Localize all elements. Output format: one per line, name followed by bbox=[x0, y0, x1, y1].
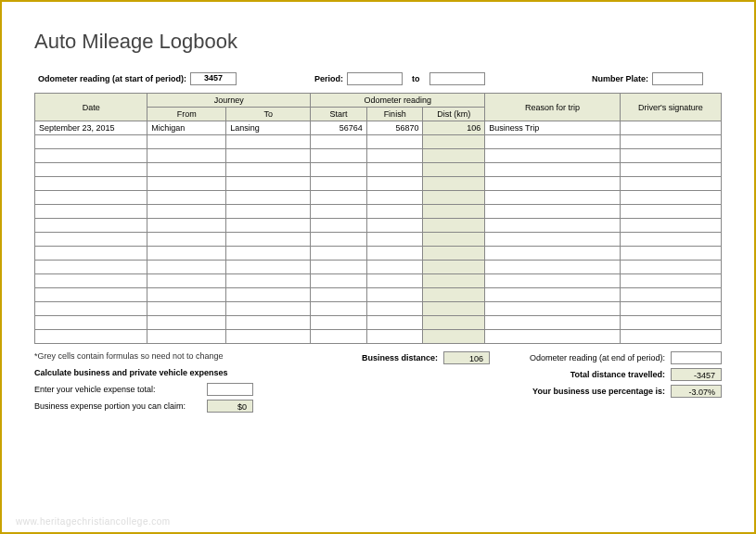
cell-from[interactable] bbox=[147, 233, 226, 247]
cell-start[interactable] bbox=[311, 274, 367, 288]
cell-date[interactable] bbox=[35, 191, 147, 205]
cell-from[interactable] bbox=[147, 302, 226, 316]
cell-from[interactable]: Michigan bbox=[147, 121, 226, 135]
cell-reason[interactable] bbox=[485, 302, 621, 316]
period-to-input[interactable] bbox=[429, 72, 485, 85]
cell-to[interactable] bbox=[226, 330, 311, 344]
cell-start[interactable] bbox=[311, 233, 367, 247]
cell-start[interactable] bbox=[311, 177, 367, 191]
cell-start[interactable] bbox=[311, 247, 367, 261]
cell-finish[interactable]: 56870 bbox=[366, 121, 423, 135]
cell-signature[interactable] bbox=[620, 149, 721, 163]
period-from-input[interactable] bbox=[347, 72, 403, 85]
cell-date[interactable] bbox=[35, 274, 147, 288]
cell-reason[interactable] bbox=[485, 163, 621, 177]
cell-signature[interactable] bbox=[620, 288, 721, 302]
cell-to[interactable] bbox=[226, 219, 311, 233]
cell-to[interactable] bbox=[226, 191, 311, 205]
cell-from[interactable] bbox=[147, 261, 226, 274]
cell-to[interactable] bbox=[226, 205, 311, 219]
cell-finish[interactable] bbox=[366, 205, 423, 219]
cell-from[interactable] bbox=[147, 247, 226, 261]
cell-signature[interactable] bbox=[620, 302, 721, 316]
cell-finish[interactable] bbox=[366, 316, 423, 330]
cell-date[interactable] bbox=[35, 177, 147, 191]
cell-to[interactable] bbox=[226, 149, 311, 163]
cell-reason[interactable] bbox=[485, 261, 621, 274]
cell-finish[interactable] bbox=[366, 261, 423, 274]
cell-date[interactable] bbox=[35, 233, 147, 247]
cell-start[interactable] bbox=[311, 261, 367, 274]
cell-from[interactable] bbox=[147, 330, 226, 344]
cell-signature[interactable] bbox=[620, 316, 721, 330]
cell-to[interactable] bbox=[226, 288, 311, 302]
cell-date[interactable] bbox=[35, 219, 147, 233]
cell-from[interactable] bbox=[147, 163, 226, 177]
cell-date[interactable] bbox=[35, 316, 147, 330]
cell-start[interactable]: 56764 bbox=[311, 121, 367, 135]
cell-signature[interactable] bbox=[620, 163, 721, 177]
cell-to[interactable] bbox=[226, 135, 311, 149]
cell-reason[interactable] bbox=[485, 191, 621, 205]
cell-from[interactable] bbox=[147, 219, 226, 233]
cell-start[interactable] bbox=[311, 330, 367, 344]
cell-start[interactable] bbox=[311, 288, 367, 302]
cell-reason[interactable] bbox=[485, 274, 621, 288]
cell-start[interactable] bbox=[311, 316, 367, 330]
cell-date[interactable] bbox=[35, 261, 147, 274]
cell-signature[interactable] bbox=[620, 191, 721, 205]
cell-finish[interactable] bbox=[366, 219, 423, 233]
cell-from[interactable] bbox=[147, 177, 226, 191]
cell-from[interactable] bbox=[147, 205, 226, 219]
cell-date[interactable] bbox=[35, 205, 147, 219]
cell-start[interactable] bbox=[311, 163, 367, 177]
cell-signature[interactable] bbox=[620, 330, 721, 344]
cell-reason[interactable] bbox=[485, 219, 621, 233]
cell-start[interactable] bbox=[311, 191, 367, 205]
cell-signature[interactable] bbox=[620, 247, 721, 261]
cell-start[interactable] bbox=[311, 219, 367, 233]
cell-start[interactable] bbox=[311, 205, 367, 219]
cell-signature[interactable] bbox=[620, 233, 721, 247]
number-plate-input[interactable] bbox=[652, 72, 703, 85]
cell-to[interactable] bbox=[226, 233, 311, 247]
cell-reason[interactable] bbox=[485, 149, 621, 163]
cell-reason[interactable] bbox=[485, 205, 621, 219]
cell-to[interactable] bbox=[226, 274, 311, 288]
cell-to[interactable] bbox=[226, 316, 311, 330]
expense-total-input[interactable] bbox=[207, 383, 253, 396]
cell-finish[interactable] bbox=[366, 163, 423, 177]
cell-signature[interactable] bbox=[620, 121, 721, 135]
cell-finish[interactable] bbox=[366, 274, 423, 288]
odometer-start-input[interactable]: 3457 bbox=[190, 72, 237, 85]
cell-reason[interactable]: Business Trip bbox=[485, 121, 621, 135]
cell-signature[interactable] bbox=[620, 177, 721, 191]
cell-signature[interactable] bbox=[620, 135, 721, 149]
cell-from[interactable] bbox=[147, 274, 226, 288]
odometer-end-input[interactable] bbox=[671, 351, 722, 364]
cell-reason[interactable] bbox=[485, 177, 621, 191]
cell-signature[interactable] bbox=[620, 205, 721, 219]
cell-signature[interactable] bbox=[620, 261, 721, 274]
cell-to[interactable] bbox=[226, 247, 311, 261]
cell-date[interactable] bbox=[35, 163, 147, 177]
cell-finish[interactable] bbox=[366, 247, 423, 261]
cell-to[interactable] bbox=[226, 261, 311, 274]
cell-reason[interactable] bbox=[485, 233, 621, 247]
cell-finish[interactable] bbox=[366, 177, 423, 191]
cell-reason[interactable] bbox=[485, 288, 621, 302]
cell-date[interactable] bbox=[35, 330, 147, 344]
cell-date[interactable] bbox=[35, 302, 147, 316]
cell-start[interactable] bbox=[311, 135, 367, 149]
cell-finish[interactable] bbox=[366, 149, 423, 163]
cell-from[interactable] bbox=[147, 316, 226, 330]
cell-reason[interactable] bbox=[485, 316, 621, 330]
cell-from[interactable] bbox=[147, 288, 226, 302]
cell-from[interactable] bbox=[147, 149, 226, 163]
cell-to[interactable] bbox=[226, 177, 311, 191]
cell-finish[interactable] bbox=[366, 135, 423, 149]
cell-date[interactable] bbox=[35, 149, 147, 163]
cell-date[interactable] bbox=[35, 247, 147, 261]
cell-reason[interactable] bbox=[485, 330, 621, 344]
cell-to[interactable] bbox=[226, 302, 311, 316]
